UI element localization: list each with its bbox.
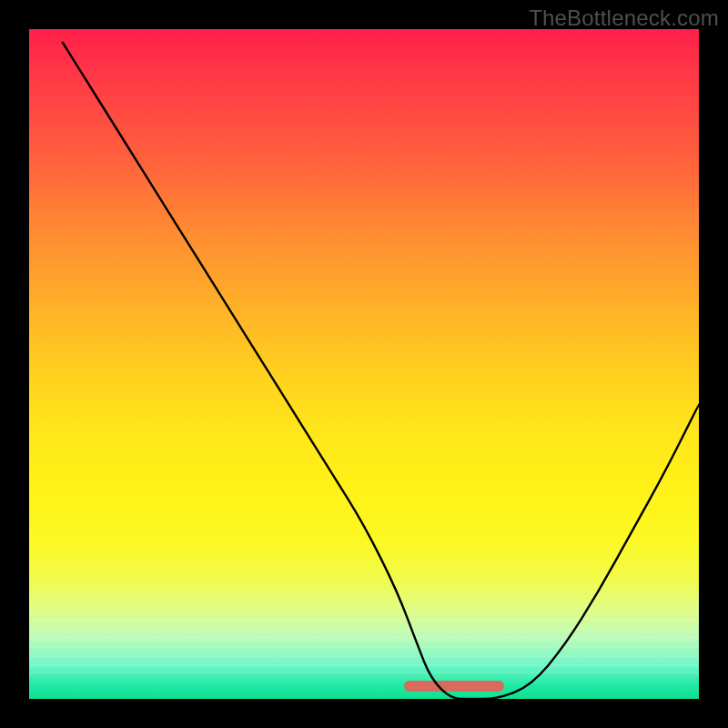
watermark-text: TheBottleneck.com [529,5,719,31]
bottleneck-curve [29,29,699,699]
plot-area [29,29,699,699]
chart-frame: TheBottleneck.com [0,0,728,728]
